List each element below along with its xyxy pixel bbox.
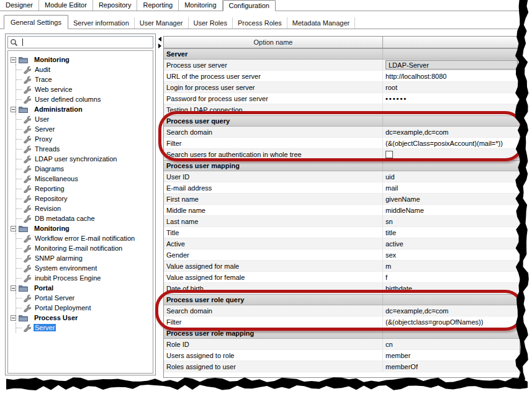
- option-name-cell: User ID: [164, 171, 383, 182]
- option-value-cell[interactable]: dc=example,dc=com: [383, 305, 520, 316]
- tree-item-revision[interactable]: Revision: [16, 204, 151, 213]
- config-tab-server-information[interactable]: Server information: [68, 17, 135, 29]
- tree-item-audit[interactable]: Audit: [16, 65, 151, 74]
- option-value-cell[interactable]: cn: [383, 339, 520, 349]
- tree-item-user[interactable]: User: [16, 114, 151, 124]
- option-value-cell[interactable]: f: [383, 272, 520, 282]
- tree-item-proxy[interactable]: Proxy: [16, 134, 151, 144]
- tree-folder-portal-3[interactable]: Portal: [11, 283, 151, 293]
- option-name-cell: Value assigned for male: [164, 261, 383, 271]
- tree-item-label: User: [34, 115, 50, 123]
- tree-item-repository[interactable]: Repository: [16, 194, 151, 204]
- tree-item-user-defined-columns[interactable]: User defined columns: [16, 94, 151, 104]
- tree-item-label: SNMP alarming: [34, 254, 84, 262]
- option-value-cell[interactable]: root: [383, 82, 520, 92]
- option-value-cell[interactable]: LDAP-Server: [383, 60, 520, 70]
- option-value-cell[interactable]: [383, 104, 520, 115]
- option-name-cell: URL of the process user server: [164, 71, 383, 81]
- tree-item-trace[interactable]: Trace: [16, 74, 151, 84]
- option-value-cell[interactable]: sn: [383, 216, 520, 226]
- option-value-cell[interactable]: middleName: [383, 205, 520, 215]
- tree-item-db-metadata-cache[interactable]: DB metadata cache: [16, 213, 151, 223]
- option-value-cell[interactable]: [383, 149, 520, 159]
- option-value-cell[interactable]: http://localhost:8080: [383, 71, 520, 81]
- tree-collapse-icon[interactable]: [11, 57, 16, 63]
- tree-folder-administration-1[interactable]: Administration: [11, 104, 151, 114]
- option-value-cell[interactable]: memberOf: [383, 361, 520, 372]
- main-tab-designer[interactable]: Designer: [0, 0, 39, 11]
- tree-item-monitoring-e-mail-notification[interactable]: Monitoring E-mail notification: [16, 243, 151, 253]
- options-table: Option name ServerProcess user serverLDA…: [163, 36, 520, 378]
- tree-item-web-service[interactable]: Web service: [16, 84, 151, 94]
- wrench-icon: [22, 95, 31, 104]
- tree-item-inubit-process-engine[interactable]: inubit Process Engine: [16, 273, 151, 283]
- option-value-cell[interactable]: title: [383, 227, 520, 238]
- tree-item-diagrams[interactable]: Diagrams: [16, 164, 151, 174]
- tree-item-system-environment[interactable]: System environment: [16, 263, 151, 273]
- option-value-cell[interactable]: ••••••: [383, 93, 520, 104]
- config-tab-user-manager[interactable]: User Manager: [135, 17, 189, 29]
- tree-search-box[interactable]: [7, 36, 153, 48]
- tree-collapse-icon[interactable]: [11, 107, 16, 112]
- tree-search-input[interactable]: [25, 38, 151, 47]
- option-name-cell: E-mail address: [164, 182, 383, 193]
- option-row-value-assigned-for-female: Value assigned for femalef: [164, 272, 520, 283]
- tree-collapse-icon[interactable]: [11, 226, 16, 231]
- tree-item-reporting[interactable]: Reporting: [16, 184, 151, 194]
- tree-item-label: LDAP user synchronization: [34, 155, 118, 163]
- option-value-cell[interactable]: (&(objectclass=groupOfNames)): [383, 316, 520, 327]
- option-value-cell[interactable]: givenName: [383, 194, 520, 204]
- section-label: Process user role mapping: [164, 328, 383, 338]
- config-tab-user-roles[interactable]: User Roles: [189, 17, 233, 29]
- tree-collapse-icon[interactable]: [11, 285, 16, 291]
- option-value-cell[interactable]: uid: [383, 171, 520, 182]
- tree-item-threads[interactable]: Threads: [16, 144, 151, 154]
- option-value-cell[interactable]: m: [383, 261, 520, 271]
- tree-children: Portal ServerPortal Deployment: [16, 293, 151, 313]
- option-name-cell: Users assigned to role: [164, 350, 383, 361]
- main-tab-repository[interactable]: Repository: [93, 0, 138, 11]
- folder-icon: [19, 225, 28, 232]
- main-tab-module-editor[interactable]: Module Editor: [39, 0, 93, 11]
- panel-splitter[interactable]: [156, 34, 163, 375]
- option-value-cell[interactable]: sex: [383, 249, 520, 260]
- option-value-cell[interactable]: member: [383, 350, 520, 361]
- tree-item-label: Server: [34, 125, 56, 133]
- option-name-cell: Process user server: [164, 60, 383, 70]
- process-user-server-select[interactable]: LDAP-Server: [385, 60, 518, 69]
- tree-item-portal-deployment[interactable]: Portal Deployment: [16, 303, 151, 313]
- config-tab-metadata-manager[interactable]: Metadata Manager: [287, 17, 355, 29]
- option-value-cell[interactable]: active: [383, 238, 520, 249]
- checkbox-search-users-for-authentication-in-whole-tree[interactable]: [385, 151, 393, 158]
- section-row-process-user-mapping: Process user mapping: [164, 160, 520, 171]
- tree-item-snmp-alarming[interactable]: SNMP alarming: [16, 253, 151, 263]
- tree-item-ldap-user-synchronization[interactable]: LDAP user synchronization: [16, 154, 151, 164]
- tree-folder-monitoring-0[interactable]: Monitoring: [11, 55, 151, 65]
- wrench-icon: [22, 85, 31, 94]
- option-name-cell: Gender: [164, 249, 383, 260]
- main-tab-reporting[interactable]: Reporting: [137, 0, 179, 11]
- tree-folder-monitoring-2[interactable]: Monitoring: [11, 223, 151, 233]
- tree-folder-process-user-4[interactable]: Process User: [11, 313, 151, 323]
- option-row-password-for-process-user-server: Password for process user server••••••: [164, 93, 520, 104]
- option-value-cell[interactable]: birthdate: [383, 283, 520, 294]
- tree-item-server[interactable]: Server: [16, 124, 151, 134]
- collapse-left-icon[interactable]: [158, 37, 161, 42]
- tree-item-miscellaneous[interactable]: Miscellaneous: [16, 174, 151, 184]
- folder-icon: [19, 314, 28, 321]
- main-tab-configuration[interactable]: Configuration: [223, 0, 276, 11]
- config-tab-general-settings[interactable]: General Settings: [4, 15, 68, 29]
- config-tab-process-roles[interactable]: Process Roles: [233, 17, 287, 29]
- tree-collapse-icon[interactable]: [11, 315, 16, 321]
- tree-folder-label: Monitoring: [33, 56, 71, 63]
- option-value-cell[interactable]: dc=example,dc=com: [383, 127, 520, 137]
- collapse-right-icon[interactable]: [158, 43, 161, 48]
- tree-item-workflow-error-e-mail-notification[interactable]: Workflow error E-mail notification: [16, 233, 151, 243]
- main-tab-monitoring[interactable]: Monitoring: [179, 0, 222, 11]
- option-row-value-assigned-for-male: Value assigned for malem: [164, 261, 520, 272]
- tree-item-server[interactable]: Server: [16, 323, 151, 333]
- option-value-cell[interactable]: mail: [383, 182, 520, 193]
- option-value-cell[interactable]: (&(objectClass=posixAccount)(mail=*)): [383, 138, 520, 148]
- tree-item-portal-server[interactable]: Portal Server: [16, 293, 151, 303]
- section-label: Server: [164, 49, 383, 59]
